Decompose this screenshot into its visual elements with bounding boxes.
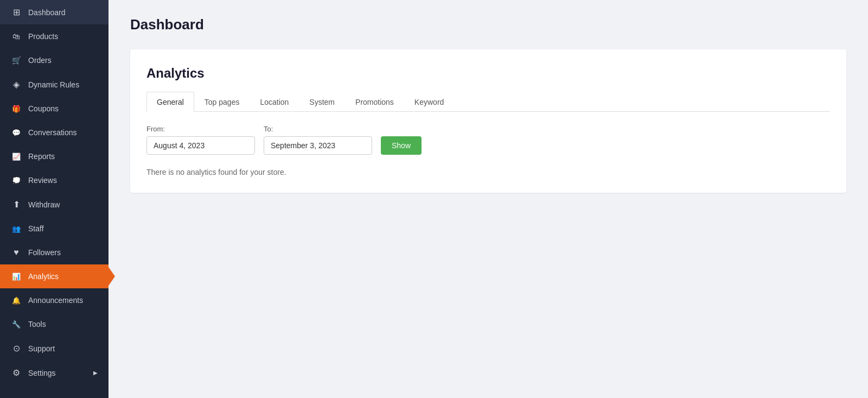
support-icon — [11, 343, 22, 353]
sidebar-item-reports[interactable]: Reports — [0, 144, 108, 168]
staff-icon — [11, 224, 22, 233]
dashboard-icon — [11, 7, 22, 17]
sidebar-item-label: Orders — [28, 56, 52, 65]
sidebar-item-label: Dynamic Rules — [28, 80, 79, 89]
from-group: From: — [146, 125, 255, 155]
sidebar-item-dynamic-rules[interactable]: Dynamic Rules — [0, 72, 108, 97]
tab-promotions[interactable]: Promotions — [345, 92, 404, 112]
orders-icon — [11, 55, 22, 65]
date-form: From: To: Show — [146, 125, 830, 155]
settings-icon — [11, 368, 22, 378]
from-label: From: — [146, 125, 255, 133]
page-title: Dashboard — [130, 16, 846, 33]
sidebar-item-label: Reports — [28, 152, 55, 161]
sidebar-item-label: Staff — [28, 224, 44, 233]
sidebar-item-products[interactable]: Products — [0, 24, 108, 48]
sidebar: DashboardProductsOrdersDynamic RulesCoup… — [0, 0, 108, 398]
tab-top-pages[interactable]: Top pages — [194, 92, 250, 112]
tab-keyword[interactable]: Keyword — [404, 92, 454, 112]
conversations-icon — [11, 128, 22, 137]
reports-icon — [11, 151, 22, 161]
followers-icon — [11, 248, 22, 257]
withdraw-icon — [11, 199, 22, 210]
sidebar-item-dashboard[interactable]: Dashboard — [0, 0, 108, 24]
to-label: To: — [264, 125, 372, 133]
sidebar-item-coupons[interactable]: Coupons — [0, 97, 108, 121]
no-data-message: There is no analytics found for your sto… — [146, 168, 830, 176]
sidebar-item-conversations[interactable]: Conversations — [0, 121, 108, 144]
reviews-icon — [11, 175, 22, 185]
sidebar-item-withdraw[interactable]: Withdraw — [0, 192, 108, 217]
sidebar-item-staff[interactable]: Staff — [0, 217, 108, 241]
analytics-icon — [11, 271, 22, 281]
tab-location[interactable]: Location — [250, 92, 299, 112]
sidebar-item-support[interactable]: Support — [0, 336, 108, 361]
announcements-icon — [11, 295, 22, 305]
sidebar-item-label: Conversations — [28, 128, 77, 137]
to-input[interactable] — [264, 136, 372, 155]
sidebar-item-tools[interactable]: Tools — [0, 312, 108, 336]
show-button[interactable]: Show — [381, 136, 422, 155]
products-icon — [11, 31, 22, 41]
sidebar-item-reviews[interactable]: Reviews — [0, 168, 108, 192]
sidebar-item-label: Followers — [28, 248, 61, 257]
tab-system[interactable]: System — [299, 92, 345, 112]
sidebar-item-analytics[interactable]: Analytics — [0, 264, 108, 288]
sidebar-item-label: Products — [28, 32, 58, 41]
sidebar-item-orders[interactable]: Orders — [0, 48, 108, 72]
sidebar-item-followers[interactable]: Followers — [0, 241, 108, 264]
sidebar-item-label: Settings — [28, 369, 56, 377]
analytics-tabs: GeneralTop pagesLocationSystemPromotions… — [146, 92, 830, 112]
tab-general[interactable]: General — [146, 92, 194, 112]
dynamic-icon — [11, 79, 22, 90]
sidebar-item-label: Tools — [28, 320, 46, 328]
main-content: Dashboard Analytics GeneralTop pagesLoca… — [108, 0, 868, 398]
sidebar-item-label: Support — [28, 344, 55, 353]
section-title: Analytics — [146, 66, 830, 81]
content-card: Analytics GeneralTop pagesLocationSystem… — [130, 49, 846, 193]
app-layout: DashboardProductsOrdersDynamic RulesCoup… — [0, 0, 868, 398]
sidebar-item-label: Analytics — [28, 272, 59, 281]
chevron-right-icon: ▶ — [93, 370, 98, 376]
sidebar-item-label: Coupons — [28, 104, 59, 113]
sidebar-item-label: Announcements — [28, 296, 83, 305]
sidebar-item-settings[interactable]: Settings▶ — [0, 361, 108, 385]
sidebar-item-label: Dashboard — [28, 8, 66, 17]
to-group: To: — [264, 125, 372, 155]
coupons-icon — [11, 104, 22, 113]
sidebar-item-label: Reviews — [28, 176, 57, 185]
tools-icon — [11, 319, 22, 329]
sidebar-item-announcements[interactable]: Announcements — [0, 288, 108, 312]
sidebar-item-label: Withdraw — [28, 200, 60, 209]
from-input[interactable] — [146, 136, 255, 155]
